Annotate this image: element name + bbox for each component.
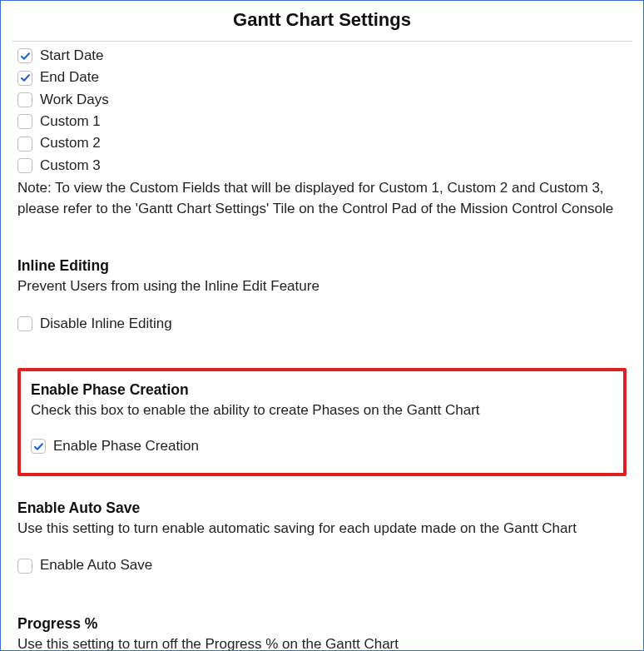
checkbox-end-date[interactable] xyxy=(17,71,32,86)
list-item: Enable Phase Creation xyxy=(31,435,613,457)
section-heading: Enable Phase Creation xyxy=(31,381,613,399)
section-desc: Check this box to enable the ability to … xyxy=(31,400,613,420)
checkbox-label: Start Date xyxy=(40,45,104,67)
section-enable-auto-save: Enable Auto Save Use this setting to tur… xyxy=(17,499,627,577)
checkbox-label: Custom 3 xyxy=(40,155,101,176)
list-item: End Date xyxy=(17,67,627,88)
section-progress-percent: Progress % Use this setting to turn off … xyxy=(17,615,627,651)
page-title: Gantt Chart Settings xyxy=(1,1,643,41)
list-item: Enable Auto Save xyxy=(17,554,627,576)
checkbox-label: Custom 1 xyxy=(40,111,101,132)
checkbox-label: Enable Auto Save xyxy=(40,554,152,576)
settings-window: Gantt Chart Settings Start Date End Date… xyxy=(0,0,644,651)
checkbox-label: Work Days xyxy=(40,89,109,111)
checkbox-custom-1[interactable] xyxy=(17,114,32,129)
field-checklist: Start Date End Date Work Days Custom 1 C… xyxy=(17,45,627,176)
section-desc: Prevent Users from using the Inline Edit… xyxy=(17,276,627,296)
custom-fields-note: Note: To view the Custom Fields that wil… xyxy=(17,178,627,219)
section-heading: Inline Editing xyxy=(17,257,627,275)
checkbox-label: Enable Phase Creation xyxy=(53,435,199,457)
section-desc: Use this setting to turn off the Progres… xyxy=(17,634,627,651)
checkbox-enable-phase-creation[interactable] xyxy=(31,439,46,454)
checkbox-enable-auto-save[interactable] xyxy=(17,559,32,574)
checkbox-label: Custom 2 xyxy=(40,132,101,154)
list-item: Custom 3 xyxy=(17,155,627,176)
section-desc: Use this setting to turn enable automati… xyxy=(17,519,627,539)
checkbox-work-days[interactable] xyxy=(17,92,32,107)
section-inline-editing: Inline Editing Prevent Users from using … xyxy=(17,257,627,335)
checkbox-label: End Date xyxy=(40,67,99,88)
checkbox-custom-2[interactable] xyxy=(17,137,32,152)
list-item: Custom 1 xyxy=(17,111,627,132)
checkbox-disable-inline-editing[interactable] xyxy=(17,316,32,331)
checkbox-custom-3[interactable] xyxy=(17,158,32,173)
list-item: Custom 2 xyxy=(17,132,627,154)
checkbox-start-date[interactable] xyxy=(17,48,32,63)
checkbox-label: Disable Inline Editing xyxy=(40,313,172,335)
list-item: Disable Inline Editing xyxy=(17,313,627,335)
section-heading: Progress % xyxy=(17,615,627,633)
section-heading: Enable Auto Save xyxy=(17,499,627,517)
section-enable-phase-creation: Enable Phase Creation Check this box to … xyxy=(17,368,627,475)
list-item: Work Days xyxy=(17,89,627,111)
content-area: Start Date End Date Work Days Custom 1 C… xyxy=(1,45,643,651)
divider xyxy=(12,41,632,42)
list-item: Start Date xyxy=(17,45,627,67)
